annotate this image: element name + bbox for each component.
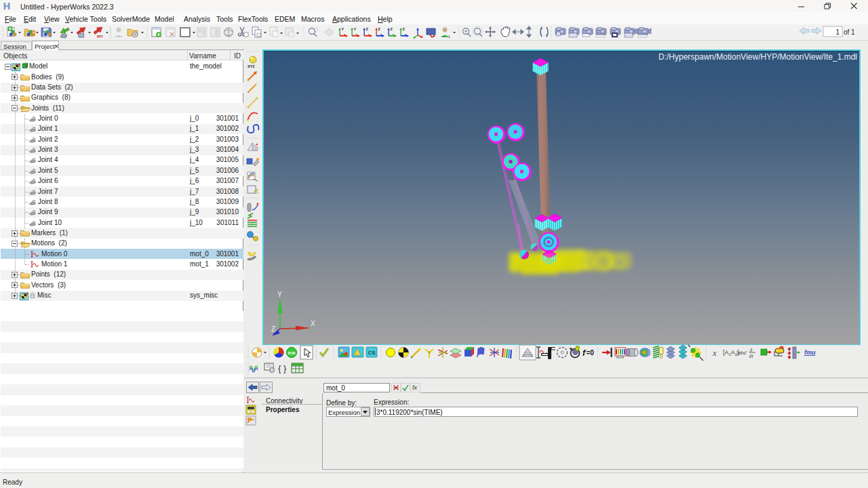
svg-text:Y: Y xyxy=(342,27,344,31)
svg-text:∂t: ∂t xyxy=(749,354,753,359)
svg-text:PPT: PPT xyxy=(97,35,103,39)
svg-text:of 1: of 1 xyxy=(844,28,855,36)
svg-text:fmu: fmu xyxy=(804,349,816,356)
svg-text:CS: CS xyxy=(368,350,376,356)
svg-text:Z: Z xyxy=(366,27,369,31)
svg-text:x: x xyxy=(712,348,717,358)
svg-text:'abc': 'abc' xyxy=(736,350,747,356)
svg-text:{ }: { } xyxy=(278,363,287,373)
svg-text:RUN: RUN xyxy=(288,351,296,355)
svg-text:Y: Y xyxy=(277,291,282,298)
svg-text:∂: ∂ xyxy=(750,348,753,352)
svg-text:XYZ: XYZ xyxy=(248,64,255,68)
svg-text:f: f xyxy=(583,348,586,358)
svg-text:Z: Z xyxy=(403,27,406,31)
svg-text:1: 1 xyxy=(448,35,450,39)
svg-text:1: 1 xyxy=(835,28,840,36)
svg-text:Z: Z xyxy=(378,27,381,31)
svg-text:Y: Y xyxy=(354,27,357,31)
svg-text:Z: Z xyxy=(271,325,275,333)
svg-text:Z: Z xyxy=(391,27,393,31)
svg-text:=0: =0 xyxy=(587,349,595,357)
svg-text:X: X xyxy=(311,320,315,327)
svg-text:fx: fx xyxy=(412,384,418,391)
